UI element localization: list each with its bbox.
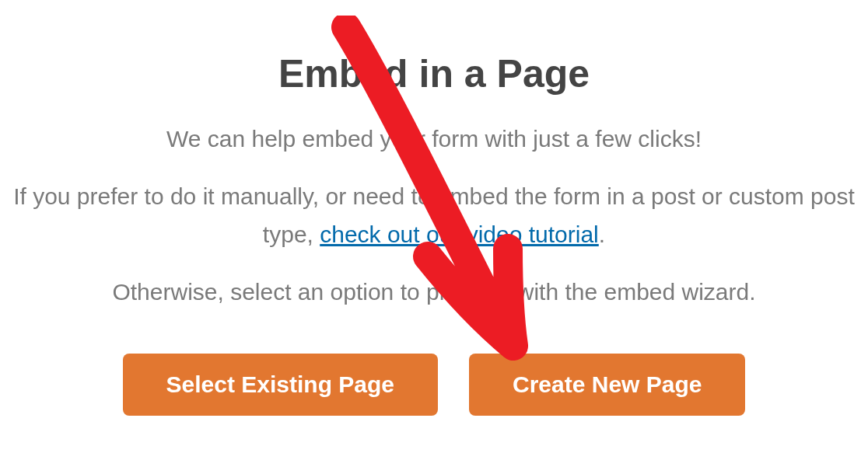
- video-tutorial-link[interactable]: check out our video tutorial: [320, 221, 599, 247]
- modal-subtitle: We can help embed your form with just a …: [12, 120, 856, 159]
- modal-instruction: If you prefer to do it manually, or need…: [12, 177, 856, 254]
- select-existing-page-button[interactable]: Select Existing Page: [123, 354, 438, 416]
- wizard-text: Otherwise, select an option to proceed w…: [12, 273, 856, 312]
- create-new-page-button[interactable]: Create New Page: [469, 354, 745, 416]
- modal-title: Embed in a Page: [12, 51, 856, 96]
- embed-button-row: Select Existing Page Create New Page: [12, 354, 856, 416]
- instruction-suffix: .: [599, 221, 605, 247]
- embed-modal-content: Embed in a Page We can help embed your f…: [0, 51, 868, 416]
